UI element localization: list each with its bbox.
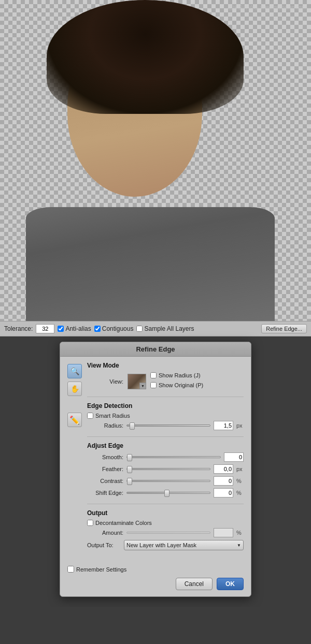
- radius-value-input[interactable]: [214, 421, 233, 430]
- amount-label: Amount:: [87, 530, 123, 536]
- anti-alias-checkbox[interactable]: [58, 326, 64, 332]
- watermark: 思缘设计论坛 www.missyuan.com: [228, 4, 306, 11]
- sample-all-layers-group: Sample All Layers: [136, 325, 194, 332]
- radius-unit: px: [236, 422, 244, 429]
- show-radius-label: Show Radius (J): [159, 372, 201, 378]
- shift-edge-slider-track: [126, 492, 210, 494]
- show-original-checkbox[interactable]: [150, 382, 157, 388]
- view-mode-title: View Mode: [87, 362, 244, 369]
- sample-all-layers-checkbox[interactable]: [136, 326, 143, 332]
- radius-row: Radius: px: [87, 421, 244, 430]
- amount-row: Amount: %: [87, 528, 244, 537]
- adjust-edge-title: Adjust Edge: [87, 442, 244, 449]
- ok-button[interactable]: OK: [217, 578, 244, 590]
- contrast-label: Contrast:: [87, 478, 123, 484]
- smooth-row: Smooth:: [87, 452, 244, 462]
- contrast-value-input[interactable]: [214, 476, 233, 486]
- shift-edge-slider-thumb[interactable]: [164, 490, 169, 497]
- hand-tool-button[interactable]: ✋: [67, 382, 82, 396]
- show-radius-row: Show Radius (J): [150, 372, 203, 378]
- smart-radius-checkbox[interactable]: [87, 413, 93, 419]
- button-row: Cancel OK: [67, 578, 244, 590]
- contrast-slider-track: [126, 480, 210, 482]
- remember-settings-checkbox[interactable]: [67, 566, 74, 573]
- shift-edge-unit: %: [236, 490, 244, 496]
- output-section: Output Decontaminate Colors Amount: %: [87, 509, 244, 550]
- radius-slider-thumb[interactable]: [130, 422, 135, 430]
- view-thumbnail[interactable]: ▼: [128, 374, 146, 389]
- view-mode-section: View Mode View: ▼ Show Radius (J): [87, 362, 244, 390]
- refine-edge-dialog: Refine Edge 🔍 ✋ ✏️ View Mode: [60, 342, 251, 597]
- radius-slider-container[interactable]: [126, 422, 210, 429]
- smooth-value-input[interactable]: [224, 452, 244, 462]
- contrast-slider-thumb[interactable]: [127, 478, 132, 485]
- anti-alias-label: Anti-alias: [65, 325, 91, 332]
- decontaminate-row: Decontaminate Colors: [87, 520, 244, 526]
- show-original-label: Show Original (P): [159, 382, 203, 388]
- feather-slider-thumb[interactable]: [127, 466, 132, 473]
- output-to-value: New Layer with Layer Mask: [126, 542, 196, 548]
- contiguous-label: Contiguous: [102, 325, 134, 332]
- hair: [47, 0, 244, 114]
- decontaminate-checkbox[interactable]: [87, 520, 93, 526]
- contrast-unit: %: [236, 478, 244, 484]
- feather-slider-container[interactable]: [126, 465, 210, 473]
- dialog-tools: 🔍 ✋ ✏️: [67, 362, 82, 557]
- dialog-content: View Mode View: ▼ Show Radius (J): [87, 362, 244, 557]
- separator-1: [87, 397, 244, 397]
- contiguous-checkbox[interactable]: [94, 326, 101, 332]
- view-label: View:: [87, 378, 123, 385]
- view-row: View: ▼ Show Radius (J) Show Origina: [87, 372, 244, 390]
- dialog-footer: Remember Settings Cancel OK: [60, 562, 251, 596]
- amount-value-input: [214, 528, 233, 537]
- amount-slider-container: [126, 529, 210, 536]
- smooth-slider-container[interactable]: [126, 453, 221, 461]
- zoom-icon: 🔍: [70, 367, 79, 375]
- radius-slider-track: [126, 425, 210, 427]
- smooth-slider-track: [126, 456, 221, 458]
- canvas-area: 思缘设计论坛 www.missyuan.com: [0, 0, 311, 321]
- adjust-edge-section: Adjust Edge Smooth: Feather:: [87, 442, 244, 497]
- feather-row: Feather: px: [87, 464, 244, 474]
- shift-edge-value-input[interactable]: [214, 488, 233, 497]
- refine-edge-button[interactable]: Refine Edge...: [261, 324, 307, 333]
- view-dropdown-arrow[interactable]: ▼: [139, 383, 146, 389]
- shift-edge-slider-container[interactable]: [126, 489, 210, 496]
- feather-slider-track: [126, 468, 210, 470]
- contrast-row: Contrast: %: [87, 476, 244, 486]
- dialog-overlay: Refine Edge 🔍 ✋ ✏️ View Mode: [0, 336, 311, 607]
- edge-detection-section: Edge Detection Smart Radius Radius:: [87, 402, 244, 430]
- anti-alias-check-group: Anti-alias: [58, 325, 91, 332]
- smooth-label: Smooth:: [87, 454, 123, 460]
- show-options: Show Radius (J) Show Original (P): [150, 372, 203, 390]
- zoom-tool-button[interactable]: 🔍: [67, 364, 82, 378]
- remember-settings-label: Remember Settings: [76, 566, 126, 573]
- smart-radius-label: Smart Radius: [95, 413, 130, 419]
- separator-3: [87, 504, 244, 504]
- amount-unit: %: [236, 530, 244, 536]
- decontaminate-label: Decontaminate Colors: [95, 520, 152, 526]
- contrast-slider-container[interactable]: [126, 477, 210, 485]
- tolerance-input[interactable]: [36, 324, 54, 333]
- output-to-label: Output To:: [87, 542, 121, 548]
- dialog-body: 🔍 ✋ ✏️ View Mode View: ▼: [60, 357, 251, 562]
- edge-detection-title: Edge Detection: [87, 402, 244, 409]
- smart-radius-row: Smart Radius: [87, 413, 244, 419]
- show-original-row: Show Original (P): [150, 382, 203, 388]
- dialog-title: Refine Edge: [60, 342, 251, 357]
- cancel-button[interactable]: Cancel: [176, 578, 213, 590]
- shirt: [26, 207, 275, 321]
- refine-brush-button[interactable]: ✏️: [67, 413, 82, 427]
- tolerance-label: Tolerance:: [4, 325, 33, 332]
- toolbar: Tolerance: Anti-alias Contiguous Sample …: [0, 321, 311, 336]
- hand-icon: ✋: [70, 385, 79, 393]
- output-to-row: Output To: New Layer with Layer Mask ▼: [87, 540, 244, 550]
- feather-unit: px: [236, 466, 244, 472]
- feather-label: Feather:: [87, 466, 123, 472]
- smooth-slider-thumb[interactable]: [127, 454, 132, 461]
- show-radius-checkbox[interactable]: [150, 372, 157, 378]
- contiguous-check-group: Contiguous: [94, 325, 134, 332]
- output-to-select[interactable]: New Layer with Layer Mask ▼: [124, 540, 244, 550]
- output-title: Output: [87, 509, 244, 517]
- feather-value-input[interactable]: [214, 464, 233, 474]
